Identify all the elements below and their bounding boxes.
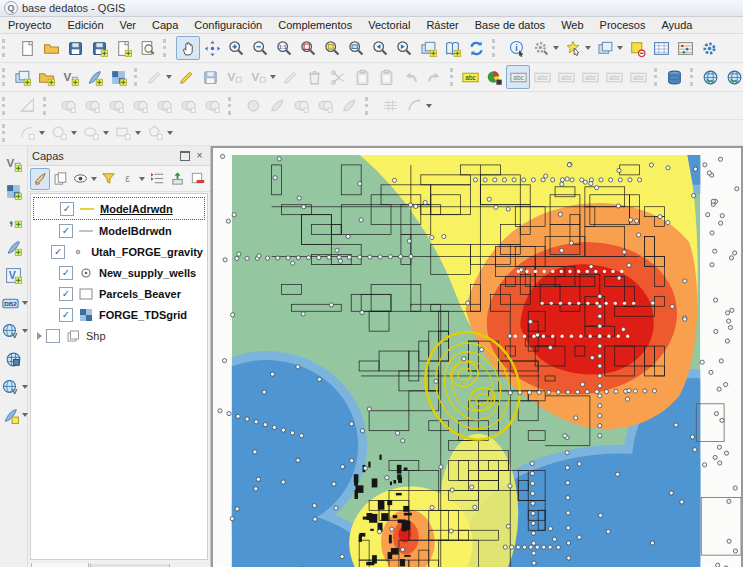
add-db2-layer-button-dropdown[interactable] [22, 301, 28, 305]
add-wms-layer-button[interactable] [1, 345, 27, 373]
add-virtual-layer-button-dropdown[interactable] [22, 413, 28, 417]
identify-features-button[interactable]: i [505, 36, 529, 60]
menu-configuracion[interactable]: Configuración [186, 18, 270, 32]
panel-close-icon[interactable]: × [193, 149, 206, 162]
add-group-button[interactable] [50, 168, 70, 190]
menu-raster[interactable]: Ráster [418, 18, 466, 32]
feature-actions-button[interactable] [529, 36, 553, 60]
panel-tab-capas[interactable]: Capas [31, 563, 89, 567]
layer-checkbox-modelbdrwdn[interactable]: ✓ [59, 224, 73, 238]
add-wfs-layer-button[interactable]: V [0, 317, 24, 345]
add-spatialite-layer-button[interactable] [1, 233, 27, 261]
layer-row-forge_tdsgrid[interactable]: ✓FORGE_TDSgrid [33, 304, 205, 325]
menu-base-de-datos[interactable]: Base de datos [467, 18, 553, 32]
zoom-next-button[interactable] [392, 36, 416, 60]
manage-map-themes-button[interactable] [71, 168, 91, 190]
zoom-full-button[interactable] [296, 36, 320, 60]
group-expand-icon[interactable] [37, 332, 42, 340]
collapse-all-button[interactable] [168, 168, 188, 190]
map-canvas[interactable] [212, 147, 742, 567]
layer-row-modeladrwdn[interactable]: ✓ModelAdrwdn [33, 197, 205, 220]
metasearch-button[interactable] [698, 65, 722, 89]
filter-by-expression-button[interactable]: ε [119, 168, 139, 190]
add-delimited-text-layer-button[interactable]: , [1, 205, 27, 233]
add-raster-layer-button[interactable] [1, 177, 27, 205]
circular-string-button-dropdown[interactable] [39, 131, 45, 135]
add-wfs-layer-button-dropdown[interactable] [22, 329, 28, 333]
web-service-button[interactable] [722, 65, 743, 89]
open-project-button[interactable] [39, 36, 63, 60]
pan-map-button[interactable] [176, 36, 200, 60]
show-bookmarks-button[interactable] [440, 36, 464, 60]
zoom-last-button[interactable] [368, 36, 392, 60]
save-project-button[interactable] [63, 36, 87, 60]
layer-row-utah_forge_gravity[interactable]: ✓Utah_FORGE_gravity [33, 241, 205, 262]
menu-vectorial[interactable]: Vectorial [360, 18, 418, 32]
new-geopackage-layer-button[interactable] [34, 65, 58, 89]
layer-diagram-button[interactable] [482, 65, 506, 89]
new-project-button[interactable] [15, 36, 39, 60]
add-vector-layer-button[interactable]: V [1, 149, 27, 177]
layer-row-new_supply_wells[interactable]: ✓New_supply_wells [33, 262, 205, 283]
select-by-value-button[interactable] [625, 36, 649, 60]
add-ellipse-button-dropdown[interactable] [103, 131, 109, 135]
layer-checkbox-parcels_beaver[interactable]: ✓ [59, 287, 73, 301]
statistical-summary-button[interactable] [673, 36, 697, 60]
zoom-in-button[interactable] [224, 36, 248, 60]
highlight-pinned-labels-button[interactable]: abc [506, 65, 530, 89]
show-layout-manager-button[interactable] [135, 36, 159, 60]
add-wcs-layer-button[interactable]: V [0, 373, 24, 401]
filter-legend-button[interactable] [99, 168, 119, 190]
processing-toolbox-button[interactable] [697, 36, 721, 60]
menu-ayuda[interactable]: Ayuda [653, 18, 700, 32]
add-mssql-layer-button[interactable]: V [1, 261, 27, 289]
filter-by-expression-button-dropdown[interactable] [139, 177, 145, 181]
feature-actions-button-dropdown[interactable] [553, 46, 559, 50]
deselect-features-button-dropdown[interactable] [617, 46, 623, 50]
layer-labeling-button[interactable]: abc [458, 65, 482, 89]
zoom-out-button[interactable] [248, 36, 272, 60]
zoom-to-layer-button[interactable] [344, 36, 368, 60]
open-layer-styling-button[interactable] [30, 168, 50, 190]
select-features-button-dropdown[interactable] [585, 46, 591, 50]
layer-checkbox-utah_forge_gravity[interactable]: ✓ [51, 245, 65, 259]
expand-all-button[interactable] [147, 168, 167, 190]
layer-checkbox-new_supply_wells[interactable]: ✓ [59, 266, 73, 280]
menu-web[interactable]: Web [553, 18, 591, 32]
vertex-tool-button-dropdown[interactable] [270, 75, 276, 79]
zoom-native-button[interactable]: 1:1 [272, 36, 296, 60]
deselect-features-button[interactable] [593, 36, 617, 60]
zoom-to-selection-button[interactable] [320, 36, 344, 60]
select-features-button[interactable] [561, 36, 585, 60]
new-print-layout-button[interactable] [111, 36, 135, 60]
manage-map-themes-button-dropdown[interactable] [91, 177, 97, 181]
menu-complementos[interactable]: Complementos [270, 18, 360, 32]
panel-dock-icon[interactable] [178, 149, 191, 162]
new-temporary-layer-button[interactable]: V [58, 65, 82, 89]
menu-capa[interactable]: Capa [144, 18, 186, 32]
refresh-button[interactable] [464, 36, 488, 60]
add-db2-layer-button[interactable]: DB2 [0, 289, 24, 317]
save-project-as-button[interactable] [87, 36, 111, 60]
layer-row-parcels_beaver[interactable]: ✓Parcels_Beaver [33, 283, 205, 304]
new-bookmark-button[interactable] [416, 36, 440, 60]
new-shapefile-layer-button[interactable] [10, 65, 34, 89]
toggle-editing-button[interactable] [174, 65, 198, 89]
add-circle-button-dropdown[interactable] [71, 131, 77, 135]
layer-checkbox-shp[interactable] [46, 329, 60, 343]
add-wcs-layer-button-dropdown[interactable] [22, 385, 28, 389]
new-spatialite-layer-button[interactable] [82, 65, 106, 89]
layer-row-modelbdrwdn[interactable]: ✓ModelBdrwdn [33, 220, 205, 241]
menu-proyecto[interactable]: Proyecto [0, 18, 59, 32]
open-attribute-table-button[interactable] [649, 36, 673, 60]
menu-procesos[interactable]: Procesos [592, 18, 654, 32]
add-regular-polygon-button-dropdown[interactable] [167, 131, 173, 135]
db-manager-button[interactable] [662, 65, 686, 89]
curve-digitize-button-dropdown[interactable] [426, 104, 432, 108]
layer-row-shp[interactable]: Shp [33, 325, 205, 346]
remove-layer-button[interactable] [188, 168, 208, 190]
current-edits-button-dropdown[interactable] [166, 75, 172, 79]
pan-to-selection-button[interactable] [200, 36, 224, 60]
new-mesh-layer-button[interactable] [106, 65, 130, 89]
menu-edicion[interactable]: Edición [59, 18, 111, 32]
